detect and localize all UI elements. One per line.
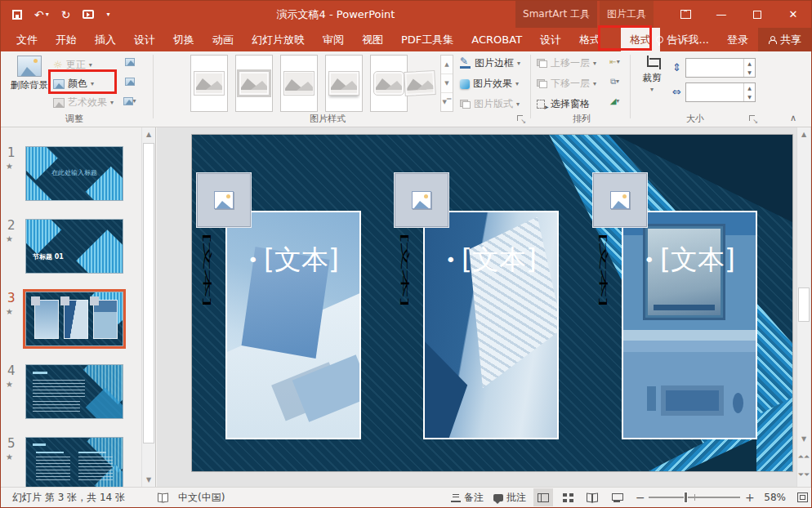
zoom-out-button[interactable]: −	[636, 491, 644, 504]
tab-insert[interactable]: 插入	[86, 28, 125, 51]
placeholder-text-2[interactable]: • [文本]	[425, 242, 557, 279]
fit-to-window-button[interactable]	[797, 492, 808, 502]
tab-transitions[interactable]: 切换	[164, 28, 203, 51]
placeholder-image-2[interactable]: • [文本]	[423, 211, 559, 439]
minimize-button[interactable]: —	[703, 1, 739, 28]
tab-slideshow[interactable]: 幻灯片放映	[243, 28, 314, 51]
rotate-button[interactable]: ◢▾	[609, 96, 621, 106]
tab-smartart-format[interactable]: 格式	[570, 28, 609, 51]
width-up-button[interactable]: ▲	[744, 83, 755, 92]
maximize-button[interactable]	[739, 1, 775, 28]
scroll-down-button[interactable]: ▼	[797, 432, 810, 446]
tab-pdf-tools[interactable]: PDF工具集	[392, 28, 462, 51]
canvas-scrollbar[interactable]: ▲ ▼ ⏶⏶ ⏷⏷	[796, 127, 810, 487]
image-placeholder-button-1[interactable]	[196, 172, 252, 228]
bring-forward-button[interactable]: 上移一层▾	[537, 56, 596, 70]
reset-picture-button[interactable]: ▾	[123, 96, 136, 106]
slide-thumbnail-5[interactable]	[25, 437, 123, 487]
picture-style-3[interactable]	[280, 55, 318, 112]
slide-sorter-button[interactable]	[558, 488, 578, 506]
gallery-more-button[interactable]: ▼▔	[441, 93, 453, 111]
ribbon-display-options-button[interactable]	[667, 1, 703, 28]
height-down-button[interactable]: ▼	[744, 68, 755, 77]
spell-check-button[interactable]	[153, 488, 173, 507]
scrollbar-thumb[interactable]	[798, 287, 810, 322]
language-indicator[interactable]: 中文(中国)	[173, 488, 230, 507]
picture-layout-button[interactable]: 图片版式▾	[460, 97, 520, 111]
share-button[interactable]: 共享	[758, 28, 811, 51]
tab-home[interactable]: 开始	[47, 28, 86, 51]
panel-scrollbar-thumb[interactable]	[143, 143, 154, 443]
remove-background-button[interactable]: 删除背景	[7, 56, 51, 91]
zoom-in-button[interactable]: +	[745, 491, 753, 504]
sign-in-button[interactable]: 登录	[717, 33, 758, 47]
slide-thumbnail-4[interactable]	[25, 364, 123, 419]
zoom-slider[interactable]	[649, 497, 740, 498]
next-slide-button[interactable]: ⏷⏷	[797, 468, 810, 482]
picture-style-6[interactable]	[401, 55, 439, 112]
image-placeholder-button-2[interactable]	[394, 172, 449, 228]
shape-height-spinner[interactable]: ▲▼	[685, 58, 756, 78]
picture-styles-dialog-launcher[interactable]	[517, 115, 525, 123]
size-dialog-launcher[interactable]	[749, 115, 757, 123]
previous-slide-button[interactable]: ⏶⏶	[797, 450, 810, 464]
tell-me-box[interactable]: 告诉我...	[648, 33, 717, 47]
panel-scrollbar[interactable]: ▲ ▼	[141, 127, 155, 487]
picture-style-2[interactable]	[235, 55, 273, 112]
close-button[interactable]: ✕	[775, 1, 811, 28]
gallery-up-button[interactable]: ▲	[441, 56, 453, 74]
zoom-slider-handle[interactable]	[684, 492, 688, 503]
compress-picture-button[interactable]	[123, 56, 136, 67]
slide-thumbnail-1[interactable]: 在此处输入标题	[25, 146, 123, 201]
crop-button[interactable]: 裁剪 ▾	[636, 56, 667, 93]
send-backward-button[interactable]: 下移一层▾	[537, 77, 596, 91]
redo-button[interactable]: ↻	[61, 8, 71, 21]
slide-editing-area[interactable]: • [文本] [文本] • [文本] [文本]	[192, 135, 792, 471]
tab-review[interactable]: 审阅	[314, 28, 353, 51]
shape-width-spinner[interactable]: ▲▼	[685, 82, 756, 102]
corrections-button[interactable]: ☼更正▾	[53, 58, 92, 72]
tab-design[interactable]: 设计	[125, 28, 164, 51]
tab-view[interactable]: 视图	[353, 28, 392, 51]
collapse-ribbon-button[interactable]: ∧	[790, 113, 796, 123]
undo-button[interactable]: ↶▾	[34, 8, 49, 21]
picture-style-4[interactable]	[325, 55, 363, 112]
comments-button[interactable]: 批注	[489, 488, 531, 507]
start-slideshow-button[interactable]	[83, 10, 94, 19]
normal-view-button[interactable]	[533, 488, 553, 506]
picture-effects-button[interactable]: 图片效果▾	[460, 77, 519, 91]
notes-button[interactable]: 备注	[446, 488, 489, 507]
placeholder-text-1[interactable]: • [文本]	[227, 242, 359, 279]
tab-smartart-design[interactable]: 设计	[531, 28, 570, 51]
vertical-caption-2[interactable]: [文本]	[395, 231, 414, 306]
color-button[interactable]: 颜色▾	[53, 77, 94, 91]
zoom-percentage[interactable]: 58%	[758, 492, 786, 503]
artistic-effects-button[interactable]: 艺术效果▾	[53, 96, 114, 109]
group-button[interactable]: ⧉▾	[609, 76, 621, 87]
tab-animations[interactable]: 动画	[203, 28, 243, 51]
change-picture-button[interactable]	[123, 76, 136, 87]
height-up-button[interactable]: ▲	[744, 59, 755, 68]
picture-border-button[interactable]: 图片边框▾	[460, 56, 520, 70]
placeholder-image-1[interactable]: • [文本]	[225, 211, 361, 439]
scroll-up-button[interactable]: ▲	[797, 127, 810, 141]
slide-thumbnail-3[interactable]	[25, 292, 123, 346]
image-placeholder-button-3[interactable]	[592, 172, 648, 228]
gallery-down-button[interactable]: ▼	[441, 74, 453, 93]
selection-pane-button[interactable]: 选择窗格	[537, 97, 590, 111]
slideshow-view-button[interactable]	[607, 488, 627, 506]
align-button[interactable]: ⇤▾	[609, 56, 621, 67]
customize-qat-button[interactable]: ▾	[106, 11, 109, 18]
tab-file[interactable]: 文件	[7, 28, 47, 51]
save-button[interactable]	[12, 10, 22, 20]
slide-thumbnail-2[interactable]: 节标题 01	[25, 219, 123, 274]
reading-view-button[interactable]	[582, 488, 602, 506]
vertical-caption-3[interactable]: [文本]	[593, 231, 613, 306]
width-down-button[interactable]: ▼	[744, 92, 755, 101]
placeholder-image-3[interactable]: • [文本]	[622, 211, 757, 439]
slide-counter[interactable]: 幻灯片 第 3 张，共 14 张	[7, 488, 130, 507]
picture-style-1[interactable]	[190, 55, 228, 112]
placeholder-text-3[interactable]: • [文本]	[623, 242, 756, 279]
panel-scroll-up-button[interactable]: ▲	[142, 127, 155, 141]
tab-acrobat[interactable]: ACROBAT	[462, 28, 531, 51]
